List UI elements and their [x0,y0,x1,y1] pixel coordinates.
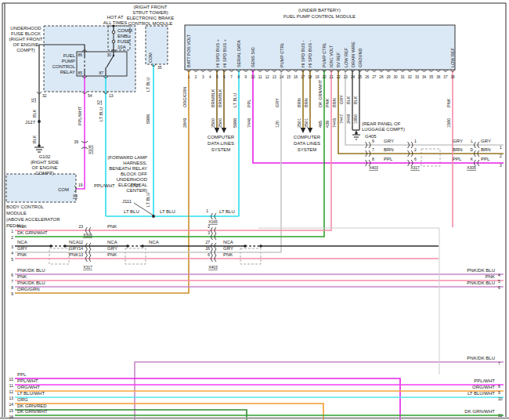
diagram-label: ORG/GRN [182,87,187,107]
diagram-label: 12 [78,240,83,244]
label-data-lines-1: COMPUTER [208,135,235,139]
label-data-lines-2: COMPUTER [294,135,321,139]
diagram-label: BLK [32,135,37,143]
fuse-terminal-top [112,31,115,34]
diagram-label: SYSTEM [211,147,231,152]
diagram-label: GRY [69,246,79,251]
diagram-label: GRY [453,139,463,143]
diagram-label: X317 [83,265,92,270]
diagram-label: GRY [223,246,233,251]
module-pin-number: 17 [301,75,305,79]
diagram-label: 8 [372,157,374,161]
module-pin-label: GROUND [358,49,363,67]
diagram-label: 87 [99,71,103,75]
fuse-terminal-bottom [112,40,115,43]
module-pin-number: 28 [379,75,384,79]
diagram-label: RELAY [60,70,75,74]
diagram-label: OF ENGINE [13,42,38,47]
diagram-label: 5986 [146,114,150,124]
diagram-label: 5986 [233,118,237,128]
diagram-label: ORG/GRN [17,287,40,291]
diagram-label: PNK [486,274,495,279]
diagram-label: ORG/WHT [17,385,40,389]
diagram-label: G405 [365,134,377,139]
diagram-label: 15 [9,408,13,413]
module-pin-number: 13 [273,75,277,79]
diagram-label: 3 [11,244,13,249]
diagram-label: 32 [42,93,47,98]
diagram-label: PUMP [62,59,75,63]
diagram-label: 10A [117,45,126,49]
diagram-label: PPL/WHT [94,183,115,188]
nca-dot-2 [63,244,67,248]
diagram-label: NCA [69,240,79,244]
module-pin-number: 16 [294,75,298,79]
diagram-label: LT BLU [124,209,139,214]
diagram-label: 2 [208,224,210,229]
diagram-label: DK GRN/WHT [17,230,48,235]
arrow-data-lines-1 [215,128,219,133]
diagram-label: (ABOVE ACCELERATOR [6,217,60,222]
diagram-label: 8 [498,384,500,389]
diagram-label: GRY [17,246,27,251]
label-j127: J127 [25,120,36,125]
module-pin-label: HI SPD BUS + [222,39,227,67]
diagram-label: 39 [74,139,78,144]
diagram-label: D [470,147,473,152]
label-fpcm-location: (UNDER BATTERY) [298,8,341,13]
diagram-label: ENBL [117,34,130,38]
diagram-label: BRN [332,98,337,107]
module-pin-number: 29 [386,75,391,79]
diagram-label: PNK/DK BLU [467,356,495,360]
label-fpcm: FUEL PUMP CONTROL MODULE [283,14,356,19]
diagram-label: LT BLU [146,193,150,207]
border-bottom [0,418,509,419]
diagram-label: LT BLU/WHT [17,391,45,396]
diagram-label: 4 [11,251,13,255]
diagram-label: X1 [31,98,35,103]
label-g102: G102 [39,154,51,159]
diagram-label: X317 [410,165,420,170]
diagram-label: PNK/DK BLU [17,268,45,273]
diagram-label: 2500 [218,118,222,128]
diagram-label: 2 [11,235,13,240]
diagram-label: PNK [325,98,330,107]
diagram-label: 7 [11,279,13,284]
diagram-label: PNK [107,224,117,229]
diagram-label: 1850 [353,114,358,124]
diagram-label: 7 [372,147,374,152]
diagram-label: X403 [208,265,218,270]
diagram-label: GRY [481,139,491,143]
module-pin-label: HI SPD BUS + [215,39,220,67]
module-pin-number: 5 [216,75,218,79]
module-pin-number: 3 [202,75,204,79]
diagram-label: 10 [9,377,13,382]
diagram-label: 5 [498,279,500,284]
diagram-label: 35 [157,65,162,70]
module-pin-number: 14 [280,75,284,79]
relay-switch-pivot [113,55,114,56]
ground-g102-dot [38,144,41,147]
diagram-label: 54 [88,93,92,98]
diagram-label: LUGGAGE COMPT) [362,127,405,132]
diagram-label: COMPT) [16,48,35,52]
module-pin-label: SENS SIG [251,47,255,67]
diagram-label: PPL [453,157,462,161]
diagram-label: PNK [17,274,27,279]
diagram-label: 2501 [297,118,301,128]
harness-tick-box-2 [125,248,146,264]
diagram-label: 27 [205,240,210,244]
diagram-label: LT BLU [99,107,103,121]
diagram-label: 5 [11,257,13,262]
diagram-label: ELECTRONIC BRAKE [127,16,175,20]
diagram-label: BENEATH RELAY [109,166,147,171]
module-pin-number: 23 [344,75,348,79]
diagram-label: DK GRN/WHT [464,409,495,414]
diagram-label: 4 [498,273,500,277]
module-pin-label: HI SPD BUS - [301,40,305,67]
module-pin-number: 33 [415,75,420,79]
module-pin-number: 34 [422,75,427,79]
diagram-label: 6 [208,252,210,257]
diagram-label: (RIGHT SIDE [31,160,59,165]
diagram-label: HARNESS, [123,161,147,165]
